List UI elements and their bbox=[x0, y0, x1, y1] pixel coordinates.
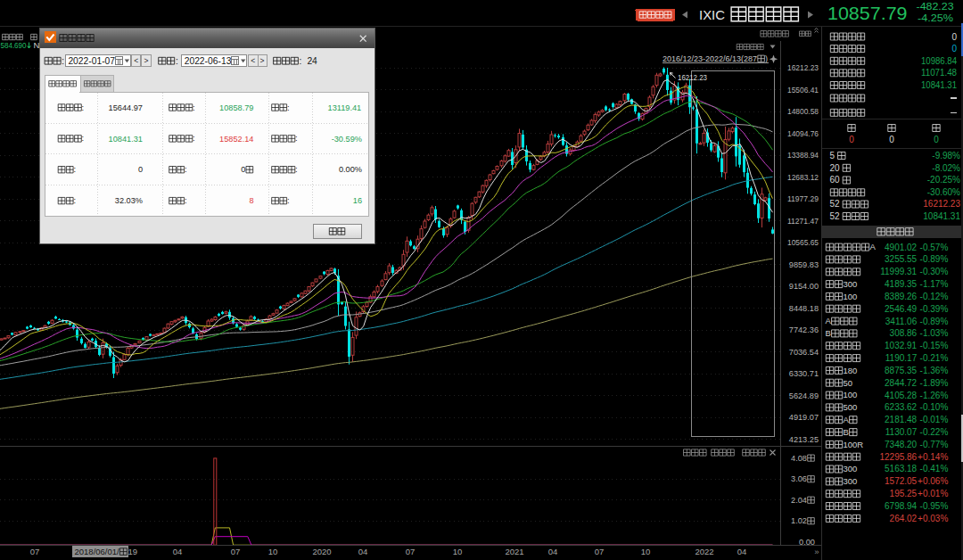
svg-text:<: < bbox=[134, 56, 138, 65]
svg-text:3255.55: 3255.55 bbox=[885, 254, 918, 264]
svg-text::: : bbox=[73, 165, 76, 174]
svg-text:5624.89: 5624.89 bbox=[789, 391, 819, 400]
svg-text:1572.05: 1572.05 bbox=[885, 476, 918, 486]
svg-text::: : bbox=[62, 56, 64, 66]
svg-text:»: » bbox=[814, 547, 819, 556]
svg-text:>: > bbox=[260, 56, 265, 65]
svg-text:>: > bbox=[144, 56, 149, 65]
svg-text:180: 180 bbox=[844, 366, 858, 375]
svg-text:-1.26%: -1.26% bbox=[920, 391, 949, 400]
svg-text:13388.94: 13388.94 bbox=[787, 151, 819, 160]
svg-text:2021: 2021 bbox=[505, 547, 523, 556]
svg-text:4901.02: 4901.02 bbox=[885, 243, 918, 252]
svg-text:10565.65: 10565.65 bbox=[787, 238, 819, 247]
svg-text:1032.91: 1032.91 bbox=[885, 341, 918, 350]
svg-text:N: N bbox=[34, 40, 40, 50]
svg-text:7348.20: 7348.20 bbox=[885, 440, 918, 449]
svg-text:10: 10 bbox=[453, 547, 463, 556]
svg-text:5163.18: 5163.18 bbox=[885, 464, 918, 474]
svg-text:10841.31: 10841.31 bbox=[109, 135, 143, 144]
svg-text:11071.48: 11071.48 bbox=[921, 68, 957, 78]
svg-text:-0.89%: -0.89% bbox=[920, 254, 949, 264]
svg-text:07: 07 bbox=[231, 547, 241, 556]
svg-text:16: 16 bbox=[353, 196, 362, 205]
svg-text:300: 300 bbox=[844, 476, 858, 486]
svg-text:195.25: 195.25 bbox=[890, 489, 918, 498]
svg-text:-0.41%: -0.41% bbox=[920, 464, 949, 474]
svg-text:14094.76: 14094.76 bbox=[787, 129, 819, 138]
svg-text:4919.07: 4919.07 bbox=[789, 413, 819, 422]
svg-text:-1.17%: -1.17% bbox=[920, 279, 949, 289]
svg-text:-0.15%: -0.15% bbox=[920, 341, 949, 350]
svg-text:4189.35: 4189.35 bbox=[885, 279, 918, 289]
svg-text:10841.31: 10841.31 bbox=[923, 211, 960, 221]
svg-text:<: < bbox=[251, 56, 255, 65]
svg-text::: : bbox=[295, 134, 298, 143]
svg-text:-0.77%: -0.77% bbox=[920, 440, 949, 449]
svg-text::: : bbox=[295, 165, 298, 174]
svg-text:10986.84: 10986.84 bbox=[921, 56, 957, 66]
svg-text:-1.89%: -1.89% bbox=[920, 378, 949, 388]
svg-text:9154.00: 9154.00 bbox=[789, 282, 819, 291]
svg-text:500: 500 bbox=[844, 402, 858, 412]
svg-text::: : bbox=[82, 134, 85, 143]
svg-text:-30.60%: -30.60% bbox=[927, 187, 960, 197]
svg-text:1.02: 1.02 bbox=[791, 516, 807, 525]
svg-text:6330.71: 6330.71 bbox=[789, 369, 819, 378]
svg-text:-9.98%: -9.98% bbox=[932, 151, 960, 161]
svg-text:9859.83: 9859.83 bbox=[789, 260, 819, 269]
svg-text:24: 24 bbox=[307, 56, 317, 66]
svg-text:0.00: 0.00 bbox=[799, 538, 815, 547]
svg-text::: : bbox=[185, 196, 187, 205]
svg-text:07: 07 bbox=[595, 547, 605, 556]
svg-text:3411.06: 3411.06 bbox=[885, 317, 918, 326]
svg-text::: : bbox=[287, 196, 290, 205]
svg-text:0: 0 bbox=[889, 135, 894, 144]
svg-text:12295.86: 12295.86 bbox=[879, 452, 917, 462]
svg-text:2181.48: 2181.48 bbox=[885, 415, 918, 424]
svg-text:0: 0 bbox=[241, 165, 245, 174]
svg-text:10841.31: 10841.31 bbox=[921, 80, 957, 90]
svg-text:10: 10 bbox=[641, 547, 651, 556]
svg-text:0: 0 bbox=[951, 44, 957, 54]
svg-text::: : bbox=[300, 56, 302, 66]
svg-text:15506.41: 15506.41 bbox=[787, 86, 819, 95]
svg-text:8875.35: 8875.35 bbox=[885, 366, 918, 375]
svg-text:12683.12: 12683.12 bbox=[787, 173, 819, 182]
svg-text:2022-01-07: 2022-01-07 bbox=[68, 56, 115, 66]
svg-text:16212.23: 16212.23 bbox=[787, 63, 819, 72]
svg-text::: : bbox=[82, 103, 85, 112]
svg-text:-0.22%: -0.22% bbox=[920, 427, 949, 437]
svg-text:13119.41: 13119.41 bbox=[328, 103, 362, 112]
svg-text:+0.03%: +0.03% bbox=[918, 514, 948, 523]
svg-text:-0.89%: -0.89% bbox=[920, 317, 949, 326]
svg-text:2.04: 2.04 bbox=[791, 496, 807, 505]
svg-text:2016/12/23-2022/6/13(287: 2016/12/23-2022/6/13(287 bbox=[663, 54, 757, 63]
svg-text:04: 04 bbox=[358, 547, 368, 556]
svg-text:-1.36%: -1.36% bbox=[920, 366, 949, 375]
svg-text:IXIC: IXIC bbox=[699, 7, 725, 22]
svg-text:-0.95%: -0.95% bbox=[920, 501, 949, 511]
svg-text:+0.14%: +0.14% bbox=[918, 452, 948, 462]
svg-text:-0.30%: -0.30% bbox=[920, 267, 949, 276]
svg-text:7742.36: 7742.36 bbox=[789, 325, 819, 334]
svg-text:11999.31: 11999.31 bbox=[880, 267, 917, 276]
svg-text:11271.47: 11271.47 bbox=[787, 217, 819, 226]
svg-text:300: 300 bbox=[844, 464, 858, 474]
svg-text:-8.02%: -8.02% bbox=[932, 163, 960, 173]
svg-text:8448.18: 8448.18 bbox=[789, 304, 819, 313]
svg-text:B: B bbox=[826, 328, 831, 338]
svg-text:6233.62: 6233.62 bbox=[885, 402, 918, 412]
svg-text:15852.14: 15852.14 bbox=[219, 135, 253, 144]
svg-text:-482.23: -482.23 bbox=[917, 1, 954, 12]
svg-text:3.06: 3.06 bbox=[791, 474, 807, 483]
svg-text:52: 52 bbox=[830, 199, 841, 209]
svg-text:+0.01%: +0.01% bbox=[918, 489, 948, 498]
svg-text::: : bbox=[193, 134, 195, 143]
svg-text:-20.25%: -20.25% bbox=[927, 175, 960, 185]
svg-text:60: 60 bbox=[830, 175, 841, 185]
svg-text:1190.17: 1190.17 bbox=[885, 353, 918, 363]
svg-text:0: 0 bbox=[849, 135, 854, 144]
svg-text:-0.57%: -0.57% bbox=[920, 243, 949, 252]
svg-text:584.690: 584.690 bbox=[1, 40, 27, 50]
